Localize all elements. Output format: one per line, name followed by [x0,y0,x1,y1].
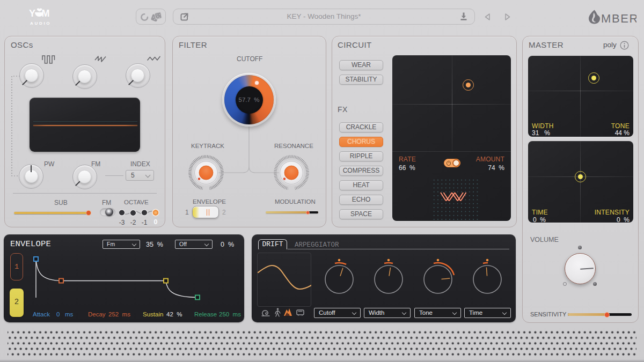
svg-text:MBER: MBER [601,12,636,25]
